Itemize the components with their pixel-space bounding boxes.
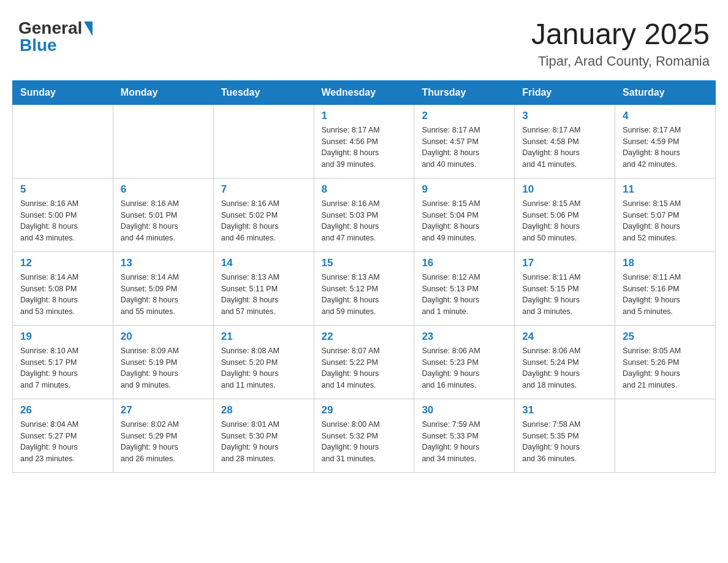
day-number: 20 <box>121 331 206 343</box>
day-info: Sunrise: 8:16 AM Sunset: 5:00 PM Dayligh… <box>20 198 105 244</box>
day-info: Sunrise: 8:13 AM Sunset: 5:12 PM Dayligh… <box>322 272 407 318</box>
calendar-cell: 18Sunrise: 8:11 AM Sunset: 5:16 PM Dayli… <box>615 251 716 325</box>
calendar-cell: 12Sunrise: 8:14 AM Sunset: 5:08 PM Dayli… <box>13 251 113 325</box>
day-number: 5 <box>20 183 105 196</box>
day-number: 16 <box>422 257 507 269</box>
day-info: Sunrise: 8:17 AM Sunset: 4:56 PM Dayligh… <box>322 124 407 170</box>
calendar-cell: 7Sunrise: 8:16 AM Sunset: 5:02 PM Daylig… <box>213 178 314 251</box>
day-info: Sunrise: 8:07 AM Sunset: 5:22 PM Dayligh… <box>322 345 407 391</box>
calendar-cell: 29Sunrise: 8:00 AM Sunset: 5:32 PM Dayli… <box>314 399 414 472</box>
day-info: Sunrise: 8:16 AM Sunset: 5:03 PM Dayligh… <box>322 198 407 244</box>
calendar-cell <box>615 399 716 472</box>
calendar-cell: 5Sunrise: 8:16 AM Sunset: 5:00 PM Daylig… <box>13 178 113 251</box>
day-number: 19 <box>20 331 105 343</box>
day-info: Sunrise: 8:17 AM Sunset: 4:58 PM Dayligh… <box>522 124 607 170</box>
day-info: Sunrise: 8:16 AM Sunset: 5:01 PM Dayligh… <box>121 198 206 244</box>
day-number: 23 <box>422 331 507 343</box>
calendar-cell: 17Sunrise: 8:11 AM Sunset: 5:15 PM Dayli… <box>515 251 615 325</box>
day-header-sunday: Sunday <box>13 80 113 104</box>
day-number: 15 <box>322 257 407 269</box>
calendar-cell: 15Sunrise: 8:13 AM Sunset: 5:12 PM Dayli… <box>314 251 414 325</box>
day-info: Sunrise: 8:10 AM Sunset: 5:17 PM Dayligh… <box>20 345 105 391</box>
day-number: 13 <box>121 257 206 269</box>
calendar-cell: 30Sunrise: 7:59 AM Sunset: 5:33 PM Dayli… <box>414 399 515 472</box>
day-info: Sunrise: 7:58 AM Sunset: 5:35 PM Dayligh… <box>522 419 607 465</box>
calendar-subtitle: Tipar, Arad County, Romania <box>531 53 710 69</box>
day-info: Sunrise: 8:13 AM Sunset: 5:11 PM Dayligh… <box>221 272 306 318</box>
calendar-cell: 27Sunrise: 8:02 AM Sunset: 5:29 PM Dayli… <box>113 399 213 472</box>
day-number: 10 <box>522 183 607 196</box>
day-number: 29 <box>322 404 407 416</box>
day-header-saturday: Saturday <box>615 80 716 104</box>
day-info: Sunrise: 8:06 AM Sunset: 5:24 PM Dayligh… <box>522 345 607 391</box>
day-info: Sunrise: 8:11 AM Sunset: 5:15 PM Dayligh… <box>522 272 607 318</box>
day-number: 30 <box>422 404 507 416</box>
day-header-monday: Monday <box>113 80 213 104</box>
calendar-cell: 26Sunrise: 8:04 AM Sunset: 5:27 PM Dayli… <box>13 399 113 472</box>
day-header-row: SundayMondayTuesdayWednesdayThursdayFrid… <box>13 80 716 104</box>
day-info: Sunrise: 8:01 AM Sunset: 5:30 PM Dayligh… <box>221 419 306 465</box>
calendar-cell: 9Sunrise: 8:15 AM Sunset: 5:04 PM Daylig… <box>414 178 515 251</box>
week-row-4: 19Sunrise: 8:10 AM Sunset: 5:17 PM Dayli… <box>13 325 716 399</box>
day-number: 14 <box>221 257 306 269</box>
calendar-cell: 16Sunrise: 8:12 AM Sunset: 5:13 PM Dayli… <box>414 251 515 325</box>
day-number: 28 <box>221 404 306 416</box>
week-row-2: 5Sunrise: 8:16 AM Sunset: 5:00 PM Daylig… <box>13 178 716 251</box>
day-number: 11 <box>623 183 708 196</box>
day-info: Sunrise: 8:00 AM Sunset: 5:32 PM Dayligh… <box>322 419 407 465</box>
day-info: Sunrise: 8:15 AM Sunset: 5:06 PM Dayligh… <box>522 198 607 244</box>
calendar-cell: 25Sunrise: 8:05 AM Sunset: 5:26 PM Dayli… <box>615 325 716 399</box>
calendar-cell <box>13 104 113 178</box>
day-number: 6 <box>121 183 206 196</box>
calendar-cell: 3Sunrise: 8:17 AM Sunset: 4:58 PM Daylig… <box>515 104 615 178</box>
day-info: Sunrise: 8:11 AM Sunset: 5:16 PM Dayligh… <box>623 272 708 318</box>
day-info: Sunrise: 8:15 AM Sunset: 5:04 PM Dayligh… <box>422 198 507 244</box>
logo: General Blue <box>18 18 93 55</box>
day-number: 4 <box>623 110 708 122</box>
calendar-cell: 4Sunrise: 8:17 AM Sunset: 4:59 PM Daylig… <box>615 104 716 178</box>
day-info: Sunrise: 8:02 AM Sunset: 5:29 PM Dayligh… <box>121 419 206 465</box>
calendar-cell: 13Sunrise: 8:14 AM Sunset: 5:09 PM Dayli… <box>113 251 213 325</box>
day-info: Sunrise: 8:04 AM Sunset: 5:27 PM Dayligh… <box>20 419 105 465</box>
day-number: 1 <box>322 110 407 122</box>
day-info: Sunrise: 8:14 AM Sunset: 5:09 PM Dayligh… <box>121 272 206 318</box>
calendar-cell: 23Sunrise: 8:06 AM Sunset: 5:23 PM Dayli… <box>414 325 515 399</box>
day-info: Sunrise: 8:15 AM Sunset: 5:07 PM Dayligh… <box>623 198 708 244</box>
day-info: Sunrise: 8:08 AM Sunset: 5:20 PM Dayligh… <box>221 345 306 391</box>
calendar-cell: 2Sunrise: 8:17 AM Sunset: 4:57 PM Daylig… <box>414 104 515 178</box>
day-header-tuesday: Tuesday <box>213 80 314 104</box>
day-header-wednesday: Wednesday <box>314 80 414 104</box>
title-section: January 2025 Tipar, Arad County, Romania <box>531 18 710 69</box>
calendar-cell: 1Sunrise: 8:17 AM Sunset: 4:56 PM Daylig… <box>314 104 414 178</box>
calendar-cell <box>113 104 213 178</box>
day-number: 9 <box>422 183 507 196</box>
week-row-5: 26Sunrise: 8:04 AM Sunset: 5:27 PM Dayli… <box>13 399 716 472</box>
calendar-cell: 14Sunrise: 8:13 AM Sunset: 5:11 PM Dayli… <box>213 251 314 325</box>
day-info: Sunrise: 8:12 AM Sunset: 5:13 PM Dayligh… <box>422 272 507 318</box>
calendar-cell: 6Sunrise: 8:16 AM Sunset: 5:01 PM Daylig… <box>113 178 213 251</box>
day-number: 25 <box>623 331 708 343</box>
day-number: 24 <box>522 331 607 343</box>
calendar-cell: 28Sunrise: 8:01 AM Sunset: 5:30 PM Dayli… <box>213 399 314 472</box>
day-info: Sunrise: 8:05 AM Sunset: 5:26 PM Dayligh… <box>623 345 708 391</box>
day-info: Sunrise: 8:06 AM Sunset: 5:23 PM Dayligh… <box>422 345 507 391</box>
calendar-cell <box>213 104 314 178</box>
day-number: 26 <box>20 404 105 416</box>
calendar-table: SundayMondayTuesdayWednesdayThursdayFrid… <box>12 80 716 473</box>
day-info: Sunrise: 8:17 AM Sunset: 4:59 PM Dayligh… <box>623 124 708 170</box>
calendar-cell: 21Sunrise: 8:08 AM Sunset: 5:20 PM Dayli… <box>213 325 314 399</box>
calendar-cell: 20Sunrise: 8:09 AM Sunset: 5:19 PM Dayli… <box>113 325 213 399</box>
day-number: 12 <box>20 257 105 269</box>
day-number: 31 <box>522 404 607 416</box>
calendar-cell: 10Sunrise: 8:15 AM Sunset: 5:06 PM Dayli… <box>515 178 615 251</box>
day-number: 27 <box>121 404 206 416</box>
day-info: Sunrise: 8:17 AM Sunset: 4:57 PM Dayligh… <box>422 124 507 170</box>
week-row-1: 1Sunrise: 8:17 AM Sunset: 4:56 PM Daylig… <box>13 104 716 178</box>
calendar-title: January 2025 <box>531 18 710 51</box>
logo-blue: Blue <box>18 36 57 55</box>
day-info: Sunrise: 8:16 AM Sunset: 5:02 PM Dayligh… <box>221 198 306 244</box>
week-row-3: 12Sunrise: 8:14 AM Sunset: 5:08 PM Dayli… <box>13 251 716 325</box>
page-header: General Blue January 2025 Tipar, Arad Co… <box>12 12 716 69</box>
calendar-cell: 8Sunrise: 8:16 AM Sunset: 5:03 PM Daylig… <box>314 178 414 251</box>
day-number: 18 <box>623 257 708 269</box>
